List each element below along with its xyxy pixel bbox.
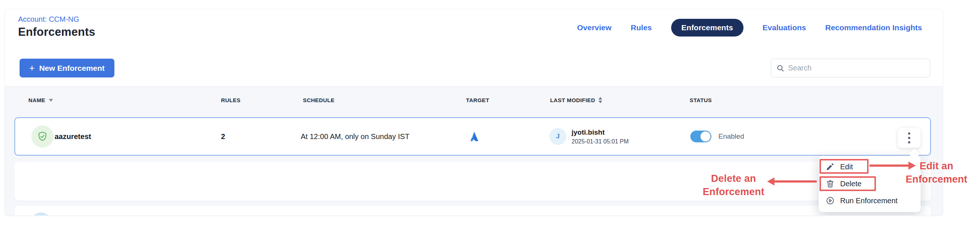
search-box[interactable]	[771, 59, 930, 78]
sort-caret-down-icon	[49, 99, 53, 102]
column-header-status: STATUS	[690, 97, 712, 103]
tab-rules[interactable]: Rules	[631, 23, 652, 32]
toggle-knob	[700, 131, 711, 142]
plus-icon: +	[29, 63, 35, 73]
new-enforcement-label: New Enforcement	[39, 64, 104, 73]
sort-up-down-icon	[598, 97, 602, 103]
tab-enforcements[interactable]: Enforcements	[671, 19, 743, 37]
row-actions-kebab-button[interactable]	[898, 128, 921, 148]
status-toggle[interactable]	[690, 131, 711, 142]
enforcements-panel: Account: CCM-NG Enforcements Overview Ru…	[5, 9, 943, 216]
tab-evaluations[interactable]: Evaluations	[763, 23, 806, 32]
delete-arrow	[774, 180, 817, 183]
rules-count: 2	[221, 132, 225, 141]
column-header-target: TARGET	[466, 97, 489, 103]
azure-target-icon	[468, 131, 479, 142]
modified-timestamp: 2025-01-31 05:01 PM	[571, 137, 629, 145]
tab-recommendation-insights[interactable]: Recommendation Insights	[825, 23, 922, 32]
modified-by-user: jyoti.bisht	[571, 128, 629, 137]
enforcement-type-badge	[31, 126, 54, 148]
app-screenshot: Account: CCM-NG Enforcements Overview Ru…	[0, 0, 980, 239]
column-header-rules: RULES	[221, 97, 240, 103]
schedule-text: At 12:00 AM, only on Sunday IST	[301, 132, 410, 141]
column-header-schedule: SCHEDULE	[303, 97, 335, 103]
enforcement-name: aazuretest	[55, 132, 91, 141]
kebab-icon	[908, 132, 910, 143]
nav-tabs: Overview Rules Enforcements Evaluations …	[577, 18, 922, 37]
last-modified-cell: jyoti.bisht 2025-01-31 05:01 PM	[571, 128, 629, 145]
table-row[interactable]: aazuretest 2 At 12:00 AM, only on Sunday…	[14, 117, 931, 156]
new-enforcement-button[interactable]: + New Enforcement	[19, 59, 115, 78]
page-title: Enforcements	[18, 25, 95, 39]
edit-annotation-label: Edit an Enforcement	[900, 159, 974, 186]
enforcements-table: NAME RULES SCHEDULE TARGET LAST MODIFIED…	[5, 87, 943, 216]
account-label: Account: CCM-NG	[18, 15, 80, 24]
search-input[interactable]	[788, 64, 925, 72]
tab-overview[interactable]: Overview	[577, 23, 611, 32]
shield-check-icon	[37, 131, 48, 142]
delete-annotation-label: Delete an Enforcement	[697, 172, 770, 198]
enforcement-type-badge	[30, 212, 51, 216]
delete-highlight-box	[819, 176, 876, 191]
status-label: Enabled	[718, 132, 744, 140]
edit-highlight-box	[819, 159, 869, 174]
menu-item-run-enforcement[interactable]: Run Enforcement	[819, 192, 921, 209]
avatar: J	[549, 128, 566, 145]
search-icon	[776, 64, 784, 72]
table-row[interactable]	[14, 206, 931, 216]
column-header-name[interactable]: NAME	[29, 97, 53, 103]
column-header-last-modified[interactable]: LAST MODIFIED	[550, 97, 602, 103]
play-circle-icon	[826, 196, 835, 205]
